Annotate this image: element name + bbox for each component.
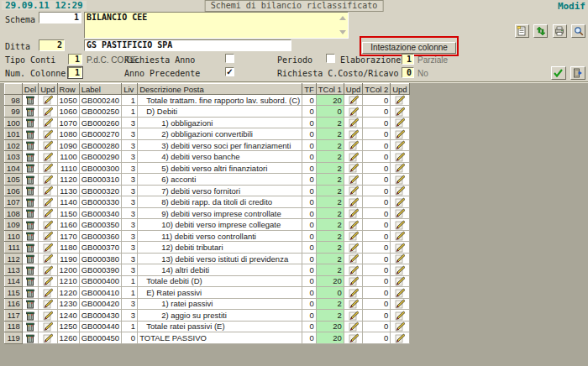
tf-value[interactable]: 0 [302,275,317,286]
liv-value[interactable]: 3 [122,219,138,230]
update-tcol1-button[interactable] [344,117,362,128]
update-tcol2-button[interactable] [391,242,409,253]
exit-button[interactable] [570,66,585,80]
delete-button[interactable] [22,310,38,321]
tf-value[interactable]: 0 [302,139,317,150]
delete-button[interactable] [22,287,38,298]
update-tcol2-button[interactable] [391,287,409,298]
tcol1-value[interactable]: 20 [316,321,344,332]
tcol2-value[interactable]: 0 [363,298,391,309]
update-tcol1-button[interactable] [344,230,362,241]
tcol2-value[interactable]: 0 [363,332,391,343]
delete-button[interactable] [22,117,38,128]
update-button[interactable] [39,207,57,218]
update-button[interactable] [39,275,57,286]
tcol1-value[interactable]: 20 [316,95,344,106]
update-tcol1-button[interactable] [344,287,362,298]
tf-value[interactable]: 0 [302,151,317,162]
descrizione-value[interactable]: 13) debiti verso istituti di previdenza [138,253,302,264]
tf-value[interactable]: 0 [302,196,317,207]
ditta-name-input[interactable]: GS PASTIFICIO SPA [84,39,291,51]
descrizione-value[interactable]: 9) debiti verso imprese controllate [138,207,302,218]
tf-value[interactable]: 0 [302,287,317,298]
update-tcol1-button[interactable] [344,275,362,286]
update-tcol2-button[interactable] [391,196,409,207]
liv-value[interactable]: 1 [122,95,138,106]
tcol1-value[interactable]: 2 [316,219,344,230]
delete-button[interactable] [22,185,38,196]
descrizione-value[interactable]: TOTALE PASSIVO [138,332,302,343]
update-tcol1-button[interactable] [344,95,362,106]
delete-button[interactable] [22,242,38,253]
row-value[interactable]: 1260 [57,332,79,343]
richiesta-anno-checkbox[interactable] [225,54,234,63]
label-value[interactable]: GB000450 [79,332,121,343]
label-value[interactable]: GB000280 [79,139,121,150]
update-tcol1-button[interactable] [344,174,362,185]
anno-precedente-checkbox[interactable]: ✓ [225,67,234,76]
descrizione-value[interactable]: 2) obbligazioni convertibili [138,128,302,139]
label-value[interactable]: GB000260 [79,117,121,128]
label-value[interactable]: GB000340 [79,207,121,218]
label-value[interactable]: GB000290 [79,151,121,162]
row-value[interactable]: 1100 [57,151,79,162]
descrizione-value[interactable]: 5) debiti verso altri finanziatori [138,162,302,173]
liv-value[interactable]: 1 [122,287,138,298]
descrizione-value[interactable]: 3) debiti verso soci per finanziamenti [138,139,302,150]
delete-button[interactable] [22,174,38,185]
update-tcol1-button[interactable] [344,128,362,139]
update-button[interactable] [39,242,57,253]
row-value[interactable]: 1120 [57,174,79,185]
delete-button[interactable] [22,162,38,173]
row-value[interactable]: 1230 [57,298,79,309]
schema-name-textarea[interactable]: BILANCIO CEE [84,12,349,39]
tcol1-value[interactable]: 2 [316,151,344,162]
tcol2-value[interactable]: 0 [363,128,391,139]
tf-value[interactable]: 0 [302,117,317,128]
update-button[interactable] [39,95,57,106]
refresh-button[interactable] [533,24,548,38]
update-button[interactable] [39,219,57,230]
tcol2-value[interactable]: 0 [363,230,391,241]
update-tcol2-button[interactable] [391,219,409,230]
descrizione-value[interactable]: 6) acconti [138,174,302,185]
tcol2-value[interactable]: 0 [363,253,391,264]
descrizione-value[interactable]: 1) obbligazioni [138,117,302,128]
delete-button[interactable] [22,95,38,106]
delete-button[interactable] [22,275,38,286]
liv-value[interactable]: 3 [122,174,138,185]
update-button[interactable] [39,106,57,117]
descrizione-value[interactable]: 14) altri debiti [138,264,302,275]
update-tcol2-button[interactable] [391,106,409,117]
row-value[interactable]: 1240 [57,310,79,321]
tf-value[interactable]: 0 [302,95,317,106]
tcol2-value[interactable]: 0 [363,106,391,117]
row-value[interactable]: 1140 [57,196,79,207]
delete-button[interactable] [22,207,38,218]
elaborazione-input[interactable]: 1 [402,54,414,65]
tcol2-value[interactable]: 0 [363,207,391,218]
update-tcol2-button[interactable] [391,275,409,286]
update-button[interactable] [39,287,57,298]
tf-value[interactable]: 0 [302,298,317,309]
tcol1-value[interactable]: 2 [316,298,344,309]
row-value[interactable]: 1210 [57,275,79,286]
liv-value[interactable]: 3 [122,207,138,218]
notes-button[interactable] [515,24,529,38]
descrizione-value[interactable]: 4) debiti verso banche [138,151,302,162]
update-tcol2-button[interactable] [391,298,409,309]
tcol2-value[interactable]: 0 [363,117,391,128]
periodo-checkbox[interactable] [326,54,335,63]
tcol1-value[interactable]: 2 [316,185,344,196]
update-tcol2-button[interactable] [391,321,409,332]
row-value[interactable]: 1180 [57,242,79,253]
row-value[interactable]: 1220 [57,287,79,298]
tf-value[interactable]: 0 [302,128,317,139]
update-tcol2-button[interactable] [391,230,409,241]
row-value[interactable]: 1250 [57,321,79,332]
liv-value[interactable]: 1 [122,321,138,332]
row-value[interactable]: 1080 [57,128,79,139]
update-tcol2-button[interactable] [391,253,409,264]
update-tcol1-button[interactable] [344,207,362,218]
descrizione-value[interactable]: 1) ratei passivi [138,298,302,309]
